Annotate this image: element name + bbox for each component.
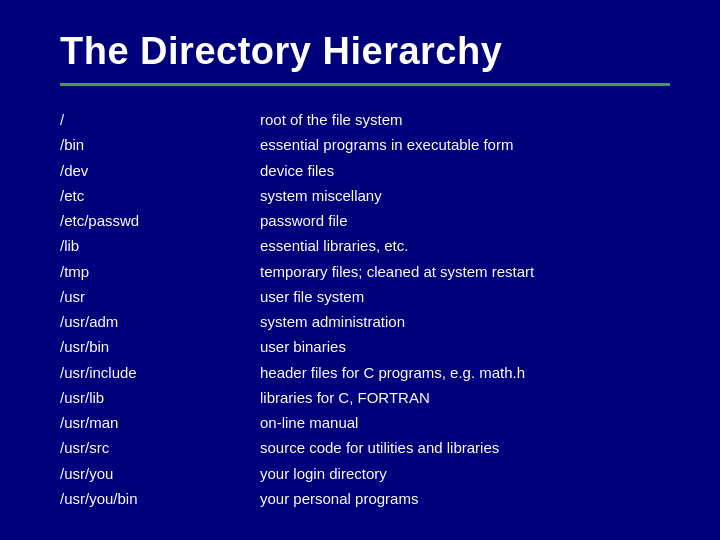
description-item: your personal programs: [260, 487, 670, 510]
description-item: your login directory: [260, 462, 670, 485]
descriptions-column: root of the file systemessential program…: [260, 108, 670, 510]
description-item: essential programs in executable form: [260, 133, 670, 156]
divider: [60, 83, 670, 86]
description-item: password file: [260, 209, 670, 232]
description-item: libraries for C, FORTRAN: [260, 386, 670, 409]
description-item: essential libraries, etc.: [260, 234, 670, 257]
path-item: /usr/include: [60, 361, 260, 384]
description-item: user binaries: [260, 335, 670, 358]
path-item: /tmp: [60, 260, 260, 283]
path-item: /bin: [60, 133, 260, 156]
path-item: /lib: [60, 234, 260, 257]
description-item: header files for C programs, e.g. math.h: [260, 361, 670, 384]
path-item: /usr: [60, 285, 260, 308]
slide: The Directory Hierarchy //bin/dev/etc/et…: [0, 0, 720, 540]
path-item: /dev: [60, 159, 260, 182]
description-item: on-line manual: [260, 411, 670, 434]
path-item: /usr/man: [60, 411, 260, 434]
path-item: /usr/lib: [60, 386, 260, 409]
description-item: temporary files; cleaned at system resta…: [260, 260, 670, 283]
description-item: user file system: [260, 285, 670, 308]
path-item: /usr/bin: [60, 335, 260, 358]
path-item: /usr/you/bin: [60, 487, 260, 510]
slide-title: The Directory Hierarchy: [60, 30, 670, 73]
description-item: system administration: [260, 310, 670, 333]
path-item: /usr/adm: [60, 310, 260, 333]
path-item: /etc: [60, 184, 260, 207]
path-item: /etc/passwd: [60, 209, 260, 232]
description-item: root of the file system: [260, 108, 670, 131]
description-item: system miscellany: [260, 184, 670, 207]
description-item: source code for utilities and libraries: [260, 436, 670, 459]
path-item: /usr/src: [60, 436, 260, 459]
path-item: /: [60, 108, 260, 131]
paths-column: //bin/dev/etc/etc/passwd/lib/tmp/usr/usr…: [60, 108, 260, 510]
content-area: //bin/dev/etc/etc/passwd/lib/tmp/usr/usr…: [60, 108, 670, 510]
description-item: device files: [260, 159, 670, 182]
path-item: /usr/you: [60, 462, 260, 485]
